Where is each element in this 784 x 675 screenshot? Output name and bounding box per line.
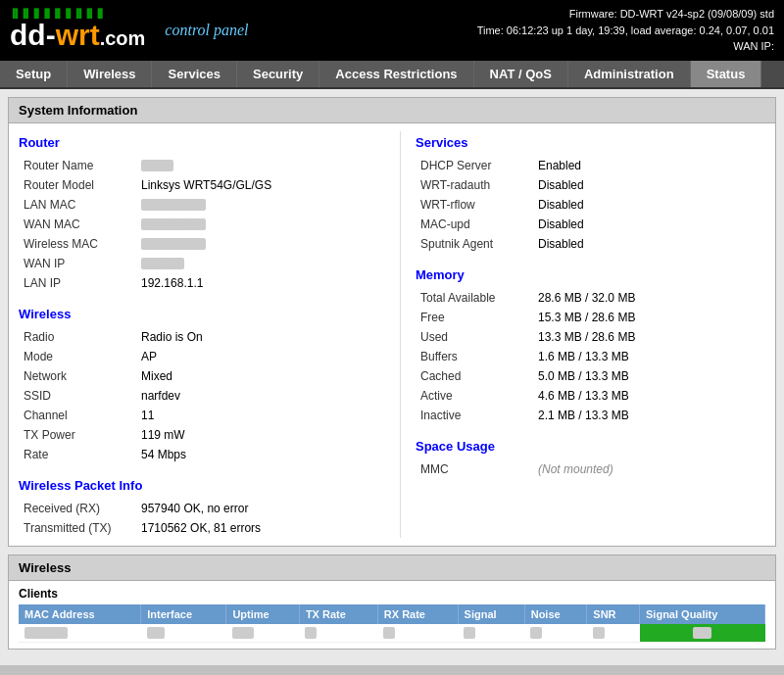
table-row: Cached 5.0 MB / 13.3 MB	[416, 366, 765, 386]
table-row: Router Model Linksys WRT54G/GL/GS	[19, 175, 390, 195]
tx-power-value: 119 mW	[136, 425, 390, 445]
client-rx: ••	[377, 624, 458, 643]
table-row: Transmitted (TX) 1710562 OK, 81 errors	[19, 518, 390, 538]
sputnik-value: Disabled	[533, 234, 765, 254]
col-snr: SNR	[587, 604, 640, 624]
free-value: 15.3 MB / 28.6 MB	[533, 308, 765, 327]
radio-label: Radio	[19, 327, 136, 347]
mode-label: Mode	[19, 347, 136, 366]
nav-setup[interactable]: Setup	[0, 61, 68, 87]
table-row: Mode AP	[19, 347, 390, 366]
dhcp-label: DHCP Server	[416, 156, 533, 175]
dhcp-value: Enabled	[533, 156, 765, 175]
client-tx: ••	[299, 624, 377, 643]
table-row: Buffers 1.6 MB / 13.3 MB	[416, 347, 765, 366]
content: System Information Router Router Name ro…	[0, 89, 784, 665]
nav-nat-qos[interactable]: NAT / QoS	[474, 61, 568, 87]
memory-title: Memory	[416, 267, 765, 282]
col-noise: Noise	[524, 604, 587, 624]
col-uptime: Uptime	[226, 604, 299, 624]
tx-power-label: TX Power	[19, 425, 136, 445]
router-table: Router Name router Router Model Linksys …	[19, 156, 390, 293]
table-row: Router Name router	[19, 156, 390, 175]
logo-area: ▐▌▐▌▐▌▐▌▐▌▐▌▐▌▐▌▐▌ dd-wrt.com control pa…	[10, 9, 249, 52]
active-label: Active	[416, 386, 533, 406]
wireless-section-content: Clients MAC Address Interface Uptime TX …	[9, 581, 775, 649]
mode-value: AP	[136, 347, 390, 366]
active-value: 4.6 MB / 13.3 MB	[533, 386, 765, 406]
clients-label: Clients	[19, 587, 765, 601]
wan-ip-label: WAN IP	[19, 254, 136, 273]
lan-mac-label: LAN MAC	[19, 195, 136, 215]
nav-wireless[interactable]: Wireless	[68, 61, 152, 87]
table-row: Sputnik Agent Disabled	[416, 234, 765, 254]
used-label: Used	[416, 327, 533, 347]
table-row: WAN MAC ••:••:••:••:••:••	[19, 215, 390, 234]
lan-mac-value: ••:••:••:••:••:••	[136, 195, 390, 215]
table-row: MAC-upd Disabled	[416, 215, 765, 234]
cached-value: 5.0 MB / 13.3 MB	[533, 366, 765, 386]
nav-services[interactable]: Services	[152, 61, 237, 87]
router-model-value: Linksys WRT54G/GL/GS	[136, 175, 390, 195]
table-row: Inactive 2.1 MB / 13.3 MB	[416, 406, 765, 425]
table-row: LAN MAC ••:••:••:••:••:••	[19, 195, 390, 215]
logo-wrt: wrt	[56, 19, 100, 52]
free-label: Free	[416, 308, 533, 327]
sputnik-label: Sputnik Agent	[416, 234, 533, 254]
firmware-info: Firmware: DD-WRT v24-sp2 (09/08/09) std	[477, 6, 774, 23]
rflow-value: Disabled	[533, 195, 765, 215]
ssid-value: narfdev	[136, 386, 390, 406]
lan-ip-value: 192.168.1.1	[136, 273, 390, 293]
wan-ip-value: ••.••.••.••	[136, 254, 390, 273]
control-panel-label: control panel	[165, 22, 248, 39]
nav-access-restrictions[interactable]: Access Restrictions	[319, 61, 473, 87]
wireless-mac-value: ••:••:••:••:••:••	[136, 234, 390, 254]
table-row: Used 13.3 MB / 28.6 MB	[416, 327, 765, 347]
table-row: WRT-rflow Disabled	[416, 195, 765, 215]
nav-status[interactable]: Status	[691, 61, 762, 87]
clients-table: MAC Address Interface Uptime TX Rate RX …	[19, 604, 765, 643]
wireless-section-header: Wireless	[9, 555, 775, 581]
channel-label: Channel	[19, 406, 136, 425]
clients-table-header-row: MAC Address Interface Uptime TX Rate RX …	[19, 604, 765, 624]
logo: ▐▌▐▌▐▌▐▌▐▌▐▌▐▌▐▌▐▌ dd-wrt.com	[10, 9, 145, 52]
table-row: Active 4.6 MB / 13.3 MB	[416, 386, 765, 406]
router-name-value: router	[136, 156, 390, 175]
time-info: Time: 06:12:23 up 1 day, 19:39, load ave…	[477, 23, 774, 39]
table-row: Radio Radio is On	[19, 327, 390, 347]
radauth-label: WRT-radauth	[416, 175, 533, 195]
header: ▐▌▐▌▐▌▐▌▐▌▐▌▐▌▐▌▐▌ dd-wrt.com control pa…	[0, 0, 784, 61]
client-quality: ••••	[640, 624, 765, 643]
table-row: ••:••:••:•• wl• ••:•• •• •• •• •• •• •••…	[19, 624, 765, 643]
header-info: Firmware: DD-WRT v24-sp2 (09/08/09) std …	[477, 6, 774, 55]
system-info-content: Router Router Name router Router Model L…	[9, 123, 775, 546]
table-row: Total Available 28.6 MB / 32.0 MB	[416, 288, 765, 308]
tx-label: Transmitted (TX)	[19, 518, 136, 538]
services-title: Services	[416, 135, 765, 150]
inactive-label: Inactive	[416, 406, 533, 425]
wireless-section-box: Wireless Clients MAC Address Interface U…	[8, 554, 776, 650]
network-label: Network	[19, 366, 136, 386]
rx-value: 957940 OK, no error	[136, 499, 390, 518]
lan-ip-label: LAN IP	[19, 273, 136, 293]
client-noise: ••	[524, 624, 587, 643]
wan-mac-label: WAN MAC	[19, 215, 136, 234]
router-model-label: Router Model	[19, 175, 136, 195]
space-usage-title: Space Usage	[416, 439, 765, 454]
inactive-value: 2.1 MB / 13.3 MB	[533, 406, 765, 425]
cached-label: Cached	[416, 366, 533, 386]
wan-mac-value: ••:••:••:••:••:••	[136, 215, 390, 234]
col-interface: Interface	[141, 604, 226, 624]
table-row: Channel 11	[19, 406, 390, 425]
col-mac: MAC Address	[19, 604, 141, 624]
memory-table: Total Available 28.6 MB / 32.0 MB Free 1…	[416, 288, 765, 425]
client-snr: ••	[587, 624, 640, 643]
total-avail-label: Total Available	[416, 288, 533, 308]
client-mac: ••:••:••:••	[19, 624, 141, 643]
nav-administration[interactable]: Administration	[568, 61, 691, 87]
packet-info-table: Received (RX) 957940 OK, no error Transm…	[19, 499, 390, 538]
total-avail-value: 28.6 MB / 32.0 MB	[533, 288, 765, 308]
nav-security[interactable]: Security	[237, 61, 319, 87]
rflow-label: WRT-rflow	[416, 195, 533, 215]
wan-ip-info: WAN IP:	[477, 38, 774, 55]
